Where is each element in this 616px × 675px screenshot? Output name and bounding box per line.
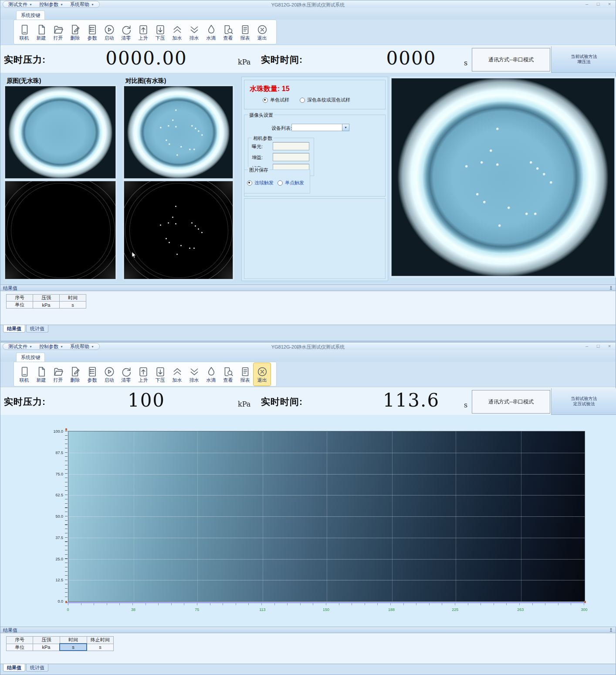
pin-icon[interactable] xyxy=(609,628,613,633)
water-droplet xyxy=(550,181,552,184)
radio-label: 单点触发 xyxy=(285,180,304,186)
results-table: 序号压强时间 单位kPas xyxy=(6,294,86,309)
toolbar-button[interactable]: 联机 xyxy=(16,363,33,386)
water-droplet xyxy=(175,206,176,207)
results-bar-title: 结果值 xyxy=(3,628,17,633)
toolbar-button[interactable]: 排水 xyxy=(186,21,203,44)
toolbar-button-label: 排水 xyxy=(190,36,199,41)
y-tick-label: 25.0 xyxy=(44,557,63,561)
arrow-up-box-icon xyxy=(138,24,149,35)
toolbar-button[interactable]: 下压 xyxy=(152,21,169,44)
header-cell: 压强 xyxy=(33,637,60,644)
toolbar-button-label: 打开 xyxy=(54,378,63,383)
toolbar-button[interactable]: 清零 xyxy=(118,21,135,44)
pressure-value: 0000.00 xyxy=(72,47,220,69)
pin-icon[interactable] xyxy=(609,286,613,291)
toolbar-button[interactable]: 新建 xyxy=(33,21,50,44)
toolbar-button-label: 排水 xyxy=(190,378,199,383)
toolbar-button[interactable]: 报表 xyxy=(237,21,254,44)
unit-cell[interactable]: 单位 xyxy=(7,302,33,309)
toolbar-button-label: 下压 xyxy=(156,36,165,41)
toolbar-button[interactable]: 参数 xyxy=(84,21,101,44)
pressure-unit: kPa xyxy=(238,58,250,66)
water-droplet xyxy=(160,224,161,226)
toolbar-button[interactable]: 水滴 xyxy=(203,21,220,44)
tab-results[interactable]: 结果值 xyxy=(3,664,25,672)
exposure-input[interactable] xyxy=(273,142,309,150)
unit-cell[interactable]: kPa xyxy=(33,644,60,651)
test-method-button[interactable]: 当前试验方法 定压试验法 xyxy=(551,388,616,415)
toolbar-button[interactable]: 启动 xyxy=(101,21,118,44)
close-button[interactable]: × xyxy=(607,343,612,349)
toolbar-button[interactable]: 清零 xyxy=(118,363,135,386)
toolbar-button[interactable]: 加水 xyxy=(169,21,186,44)
tab-results[interactable]: 结果值 xyxy=(3,325,25,332)
unit-cell[interactable]: s xyxy=(60,302,86,309)
maximize-button[interactable]: □ xyxy=(596,343,601,349)
toolbar-button[interactable]: 退出 xyxy=(254,21,271,44)
toolbar-button[interactable]: 删除 xyxy=(67,21,84,44)
radio-single-trigger[interactable]: 单点触发 xyxy=(278,180,304,186)
toolbar-button-label: 清零 xyxy=(122,378,131,383)
water-droplet xyxy=(180,146,182,148)
toolbar-button[interactable]: 删除 xyxy=(67,363,84,386)
toolbar-button-label: 启动 xyxy=(105,378,114,383)
toolbar-button[interactable]: 参数 xyxy=(84,363,101,386)
unit-cell[interactable]: s xyxy=(87,644,114,651)
toolbar-button[interactable]: 打开 xyxy=(50,363,67,386)
ribbon-tab-system-keys[interactable]: 系统按键 xyxy=(16,353,45,362)
picture-save-title: 图片保存 xyxy=(248,167,270,173)
comm-mode-button[interactable]: 通讯方式--串口模式 xyxy=(472,390,550,414)
ribbon-tab-system-keys[interactable]: 系统按键 xyxy=(16,10,45,20)
device-list-dropdown[interactable]: ▼ xyxy=(291,124,349,131)
toolbar-button[interactable]: 水滴 xyxy=(203,363,220,386)
close-button[interactable]: × xyxy=(607,1,612,7)
toolbar-button[interactable]: 查看 xyxy=(220,21,237,44)
tab-statistics[interactable]: 统计值 xyxy=(26,325,48,332)
gain-label: 增益: xyxy=(252,154,263,161)
window-controls: – □ × xyxy=(584,343,612,349)
maximize-button[interactable]: □ xyxy=(596,1,601,7)
dropdown-arrow-icon[interactable]: ▼ xyxy=(342,124,349,131)
toolbar-button[interactable]: 下压 xyxy=(152,363,169,386)
header-cell: 序号 xyxy=(7,637,33,644)
axis-origin-marker xyxy=(65,601,67,603)
toolbar-button[interactable]: 查看 xyxy=(220,363,237,386)
toolbar-button[interactable]: 联机 xyxy=(16,21,33,44)
toolbar-button[interactable]: 加水 xyxy=(169,363,186,386)
unit-cell[interactable]: s xyxy=(60,644,87,651)
header-cell: 压强 xyxy=(33,295,60,302)
unit-cell[interactable]: 单位 xyxy=(7,644,33,651)
water-droplet xyxy=(198,130,200,132)
gain-input[interactable] xyxy=(273,153,309,161)
water-droplet xyxy=(166,238,167,239)
toolbar-button[interactable]: 退出 xyxy=(254,363,271,386)
original-image xyxy=(5,86,116,179)
comm-mode-button[interactable]: 通讯方式--串口模式 xyxy=(472,48,550,71)
test-method-button[interactable]: 当前试验方法 增压法 xyxy=(551,46,616,73)
minimize-button[interactable]: – xyxy=(584,343,589,349)
toolbar-button[interactable]: 启动 xyxy=(101,363,118,386)
toolbar-button[interactable]: 报表 xyxy=(237,363,254,386)
toolbar-button[interactable]: 排水 xyxy=(186,363,203,386)
toolbar-button[interactable]: 打开 xyxy=(50,21,67,44)
radio-label: 单色试样 xyxy=(270,97,289,103)
pressure-label: 实时压力: xyxy=(4,396,46,408)
radio-continuous-trigger[interactable]: 连续触发 xyxy=(247,180,274,186)
toolbar-button[interactable]: 上升 xyxy=(135,363,152,386)
results-table-area: 序号压强时间终止时间 单位kPass xyxy=(0,633,616,664)
water-droplet xyxy=(172,217,173,218)
y-tick-label: 37.5 xyxy=(44,536,63,540)
tab-statistics[interactable]: 统计值 xyxy=(26,664,48,672)
radio-dark-sample[interactable]: 深色条纹或混色试样 xyxy=(300,97,350,103)
radio-solid-sample[interactable]: 单色试样 xyxy=(263,97,289,103)
test-method-line2: 定压试验法 xyxy=(573,401,595,407)
toolbar-button[interactable]: 上升 xyxy=(135,21,152,44)
time-unit: s xyxy=(464,59,467,67)
unit-cell[interactable]: kPa xyxy=(33,302,60,309)
titlebar: 测试文件 ▼ 控制参数 ▼ 系统帮助 ▼ YG812G-20静水压测试仪测试系统… xyxy=(0,343,616,351)
toolbar-button[interactable]: 新建 xyxy=(33,363,50,386)
play-icon xyxy=(104,366,115,377)
minimize-button[interactable]: – xyxy=(584,1,589,7)
radio-unselected-icon xyxy=(300,98,305,103)
